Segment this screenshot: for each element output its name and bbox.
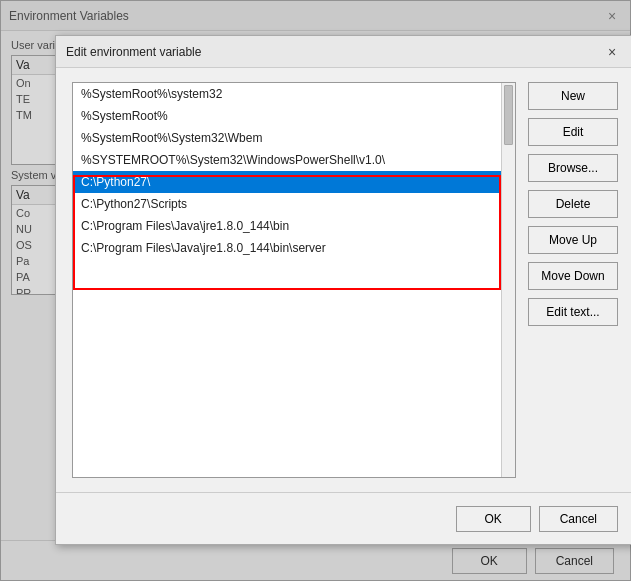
scrollbar-thumb[interactable] <box>504 85 513 145</box>
edit-button[interactable]: Edit <box>528 118 618 146</box>
path-item[interactable]: C:\Program Files\Java\jre1.8.0_144\bin\s… <box>73 237 515 259</box>
path-item[interactable]: C:\Program Files\Java\jre1.8.0_144\bin <box>73 215 515 237</box>
path-list: %SystemRoot%\system32%SystemRoot%%System… <box>73 83 515 259</box>
delete-button[interactable]: Delete <box>528 190 618 218</box>
path-item[interactable]: C:\Python27\Scripts <box>73 193 515 215</box>
dialog-title: Edit environment variable <box>66 45 600 59</box>
move-down-button[interactable]: Move Down <box>528 262 618 290</box>
path-item[interactable]: %SystemRoot%\System32\Wbem <box>73 127 515 149</box>
dialog-titlebar: Edit environment variable × <box>56 36 631 68</box>
new-button[interactable]: New <box>528 82 618 110</box>
edit-env-var-dialog: Edit environment variable × %SystemRoot%… <box>55 35 631 545</box>
ok-button[interactable]: OK <box>456 506 531 532</box>
scrollbar[interactable] <box>501 83 515 477</box>
path-item[interactable]: %SystemRoot% <box>73 105 515 127</box>
button-panel: New Edit Browse... Delete Move Up Move D… <box>528 82 618 478</box>
path-item[interactable]: %SystemRoot%\system32 <box>73 83 515 105</box>
edit-text-button[interactable]: Edit text... <box>528 298 618 326</box>
dialog-footer: OK Cancel <box>56 492 631 544</box>
path-item[interactable]: %SYSTEMROOT%\System32\WindowsPowerShell\… <box>73 149 515 171</box>
path-list-container[interactable]: %SystemRoot%\system32%SystemRoot%%System… <box>72 82 516 478</box>
dialog-body: %SystemRoot%\system32%SystemRoot%%System… <box>56 68 631 492</box>
path-item[interactable]: C:\Python27\ <box>73 171 515 193</box>
dialog-close-button[interactable]: × <box>600 40 624 64</box>
move-up-button[interactable]: Move Up <box>528 226 618 254</box>
browse-button[interactable]: Browse... <box>528 154 618 182</box>
cancel-button[interactable]: Cancel <box>539 506 618 532</box>
